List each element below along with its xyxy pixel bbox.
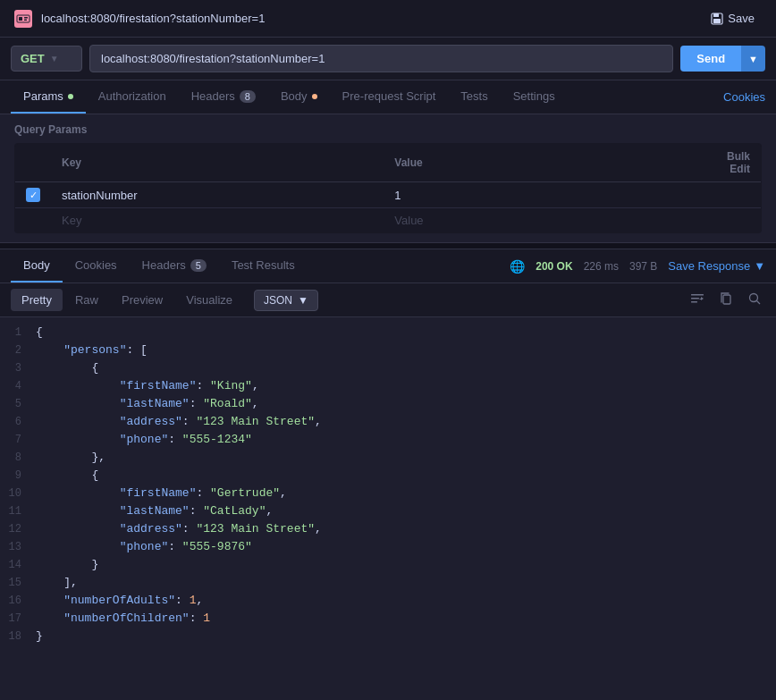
empty-checkbox-cell — [15, 208, 52, 233]
save-response-arrow-icon: ▼ — [754, 259, 765, 273]
line-content: "firstName": "Gertrude", — [36, 486, 287, 500]
method-select[interactable]: GET ▼ — [11, 46, 82, 72]
json-text — [36, 379, 120, 392]
empty-key-cell[interactable]: Key — [51, 208, 384, 233]
json-string: "Roald" — [203, 397, 252, 410]
wrap-icon-button[interactable] — [687, 290, 708, 311]
json-text: , — [252, 397, 259, 410]
json-colon: : — [190, 397, 204, 410]
json-format-select[interactable]: JSON ▼ — [254, 290, 318, 311]
row-checkbox[interactable]: ✓ — [26, 188, 40, 202]
json-viewer[interactable]: 1{2 "persons": [3 {4 "firstName": "King"… — [0, 317, 776, 700]
empty-bulk-cell — [716, 208, 762, 233]
line-content: "numberOfAdults": 1, — [36, 594, 203, 607]
line-number: 9 — [0, 468, 36, 482]
json-text — [36, 433, 120, 446]
tab-headers[interactable]: Headers 8 — [179, 80, 268, 114]
row-checkbox-cell: ✓ — [15, 182, 52, 208]
json-text — [36, 468, 91, 482]
tab-body[interactable]: Body — [268, 80, 330, 114]
json-colon: : — [168, 433, 182, 446]
line-number: 16 — [0, 594, 36, 607]
line-content: }, — [36, 451, 105, 464]
row-value-cell[interactable]: 1 — [384, 182, 716, 208]
json-line: 17 "numberOfChildren": 1 — [0, 611, 776, 628]
json-string: "123 Main Street" — [196, 415, 315, 428]
empty-value-cell[interactable]: Value — [384, 208, 716, 233]
tab-authorization[interactable]: Authorization — [86, 80, 179, 114]
url-input[interactable] — [89, 45, 673, 72]
send-arrow-button[interactable]: ▼ — [741, 46, 765, 72]
json-line: 8 }, — [0, 450, 776, 468]
json-key: "lastName" — [120, 397, 190, 410]
send-button-group: Send ▼ — [680, 46, 765, 72]
response-time: 226 ms — [584, 260, 619, 273]
tab-response-body-label: Body — [23, 258, 50, 272]
svg-rect-1 — [19, 17, 22, 21]
tab-response-headers[interactable]: Headers 5 — [130, 249, 219, 283]
line-number: 13 — [0, 540, 36, 553]
params-table: Key Value Bulk Edit ✓ stationNumber 1 — [14, 143, 762, 233]
params-table-header: Key Value Bulk Edit — [15, 144, 762, 182]
line-number: 15 — [0, 576, 36, 589]
tab-authorization-label: Authorization — [98, 89, 166, 103]
json-bracket: } — [91, 558, 98, 571]
json-text — [36, 415, 120, 428]
line-number: 10 — [0, 486, 36, 500]
json-colon: : — [168, 540, 182, 553]
json-text — [36, 522, 120, 536]
json-key: "numberOfChildren" — [63, 611, 189, 625]
save-response-label: Save Response — [668, 259, 750, 273]
tab-test-results[interactable]: Test Results — [219, 249, 308, 283]
format-tab-raw[interactable]: Raw — [64, 289, 109, 311]
json-line: 9 { — [0, 468, 776, 485]
tab-settings-label: Settings — [513, 89, 555, 103]
response-status: 🌐 200 OK 226 ms 397 B Save Response ▼ — [510, 259, 765, 274]
line-number: 17 — [0, 611, 36, 625]
col-header-check — [15, 144, 52, 182]
json-colon: : — [196, 379, 210, 392]
response-tabs-row: Body Cookies Headers 5 Test Results 🌐 20… — [0, 249, 776, 283]
json-text — [36, 486, 120, 500]
svg-rect-9 — [691, 301, 697, 303]
line-content: "address": "123 Main Street", — [36, 415, 322, 428]
tab-headers-label: Headers — [191, 89, 235, 103]
json-bracket: { — [91, 468, 98, 482]
svg-point-11 — [750, 293, 758, 301]
response-headers-badge: 5 — [190, 259, 207, 272]
tab-params[interactable]: Params — [11, 80, 86, 114]
json-key: "phone" — [120, 540, 169, 553]
send-button[interactable]: Send — [680, 46, 741, 72]
headers-badge: 8 — [240, 90, 256, 103]
tab-response-body[interactable]: Body — [11, 249, 63, 283]
svg-rect-7 — [691, 294, 704, 296]
save-label: Save — [728, 12, 755, 25]
format-tab-preview[interactable]: Preview — [111, 289, 173, 311]
format-bar: Pretty Raw Preview Visualize JSON ▼ — [0, 283, 776, 317]
line-content: "firstName": "King", — [36, 379, 259, 392]
tab-response-cookies[interactable]: Cookies — [63, 249, 130, 283]
json-number: 1 — [203, 611, 210, 625]
save-response-button[interactable]: Save Response ▼ — [668, 259, 765, 273]
line-content: "lastName": "CatLady", — [36, 504, 273, 518]
copy-icon-button[interactable] — [715, 290, 737, 311]
search-icon-button[interactable] — [744, 290, 765, 311]
json-line: 13 "phone": "555-9876" — [0, 539, 776, 557]
json-text: , — [315, 415, 322, 428]
save-button[interactable]: Save — [704, 8, 762, 29]
app-container: localhost:8080/firestation?stationNumber… — [0, 0, 776, 700]
tab-settings[interactable]: Settings — [501, 80, 568, 114]
tab-response-cookies-label: Cookies — [75, 258, 117, 272]
tab-tests[interactable]: Tests — [448, 80, 500, 114]
json-line: 6 "address": "123 Main Street", — [0, 414, 776, 432]
row-key-cell[interactable]: stationNumber — [51, 182, 384, 208]
svg-rect-3 — [24, 19, 27, 21]
json-bracket: } — [36, 629, 43, 643]
format-tab-visualize[interactable]: Visualize — [175, 289, 243, 311]
url-bar: GET ▼ Send ▼ — [0, 38, 776, 80]
tab-prerequest[interactable]: Pre-request Script — [330, 80, 449, 114]
format-tab-pretty[interactable]: Pretty — [11, 289, 63, 311]
line-number: 3 — [0, 361, 36, 375]
cookies-link[interactable]: Cookies — [723, 90, 765, 104]
json-line: 18} — [0, 628, 776, 646]
